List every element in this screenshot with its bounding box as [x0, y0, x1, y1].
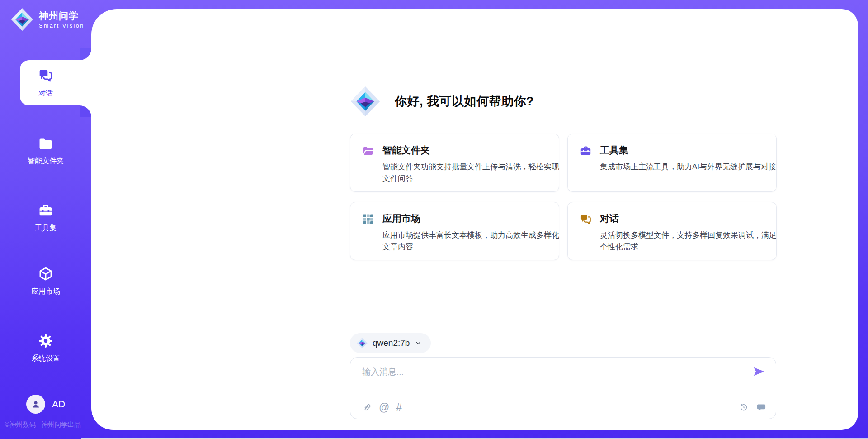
- gear-icon: [38, 333, 53, 348]
- feature-cards: 智能文件夹 智能文件夹功能支持批量文件上传与清洗，轻松实现文件问答 工具集 集成…: [350, 134, 777, 260]
- chat-bubbles-icon: [580, 213, 592, 225]
- card-title: 工具集: [600, 144, 780, 157]
- sidebar-item-label: 工具集: [35, 224, 57, 233]
- user-account[interactable]: AD: [0, 395, 91, 414]
- card-title: 对话: [600, 212, 780, 225]
- message-composer: @ #: [350, 357, 776, 419]
- message-input[interactable]: [362, 365, 733, 379]
- cube-icon: [38, 266, 53, 282]
- sidebar-item-label: 系统设置: [31, 354, 60, 363]
- composer-tools-left: @ #: [361, 402, 402, 413]
- toolbox-icon: [580, 145, 592, 157]
- model-logo-icon: [357, 337, 368, 349]
- card-title: 应用市场: [382, 212, 562, 225]
- copyright-text: ©神州数码 · 神州问学出品: [5, 420, 95, 429]
- sidebar-item-toolset[interactable]: 工具集: [0, 203, 91, 233]
- hash-icon[interactable]: #: [396, 402, 402, 413]
- history-icon[interactable]: [738, 402, 749, 413]
- chevron-down-icon: [415, 339, 422, 347]
- chat-bubbles-icon: [38, 68, 53, 83]
- greeting: 你好, 我可以如何帮助你?: [350, 85, 534, 118]
- card-description: 灵活切换多模型文件，支持多样回复效果调试，满足个性化需求: [600, 229, 780, 253]
- app-window: { "brand": { "name": "神州问学", "subtitle":…: [0, 0, 868, 439]
- sidebar-item-label: 应用市场: [31, 287, 60, 296]
- card-description: 应用市场提供丰富长文本模板，助力高效生成多样化文章内容: [382, 229, 562, 253]
- toolbox-icon: [38, 203, 53, 218]
- at-icon[interactable]: @: [379, 402, 389, 413]
- tab-fillet-top: [80, 48, 91, 60]
- model-selector[interactable]: qwen2:7b: [350, 333, 431, 353]
- main-content-panel: 你好, 我可以如何帮助你? 智能文件夹 智能文件夹功能支持批量文件上传与清洗，轻…: [91, 9, 858, 430]
- composer-divider: [359, 392, 768, 392]
- model-name: qwen2:7b: [373, 338, 410, 348]
- card-toolset[interactable]: 工具集 集成市场上主流工具，助力AI与外界无缝扩展与对接: [567, 134, 777, 192]
- card-description: 智能文件夹功能支持批量文件上传与清洗，轻松实现文件问答: [382, 161, 562, 185]
- card-app-market[interactable]: 应用市场 应用市场提供丰富长文本模板，助力高效生成多样化文章内容: [350, 202, 559, 260]
- card-smart-folder[interactable]: 智能文件夹 智能文件夹功能支持批量文件上传与清洗，轻松实现文件问答: [350, 134, 559, 192]
- card-chat[interactable]: 对话 灵活切换多模型文件，支持多样回复效果调试，满足个性化需求: [567, 202, 777, 260]
- greeting-text: 你好, 我可以如何帮助你?: [395, 93, 534, 110]
- person-icon: [30, 399, 41, 410]
- grid-icon: [362, 213, 374, 225]
- folder-open-icon: [362, 145, 374, 157]
- brand: 神州问学 Smart Vision: [11, 7, 85, 32]
- brand-logo-icon: [11, 7, 33, 32]
- sidebar-item-label: 对话: [38, 89, 53, 98]
- sidebar-item-smart-folder[interactable]: 智能文件夹: [0, 136, 91, 166]
- folder-icon: [38, 136, 53, 151]
- send-icon[interactable]: [751, 364, 766, 379]
- brand-name: 神州问学: [39, 10, 85, 21]
- sidebar-item-settings[interactable]: 系统设置: [0, 333, 91, 363]
- app-logo-icon: [350, 85, 380, 118]
- composer-tools-right: [738, 402, 767, 413]
- paperclip-icon[interactable]: [361, 402, 372, 413]
- tab-fillet-bottom: [80, 105, 91, 117]
- user-initials: AD: [52, 399, 65, 410]
- sidebar-item-chat[interactable]: 对话: [0, 68, 91, 98]
- sidebar-item-app-market[interactable]: 应用市场: [0, 266, 91, 296]
- sidebar-item-label: 智能文件夹: [28, 157, 64, 166]
- brand-subtitle: Smart Vision: [39, 23, 85, 29]
- card-description: 集成市场上主流工具，助力AI与外界无缝扩展与对接: [600, 161, 780, 173]
- avatar: [26, 395, 45, 414]
- card-title: 智能文件夹: [382, 144, 562, 157]
- chat-bubble-icon[interactable]: [756, 402, 767, 413]
